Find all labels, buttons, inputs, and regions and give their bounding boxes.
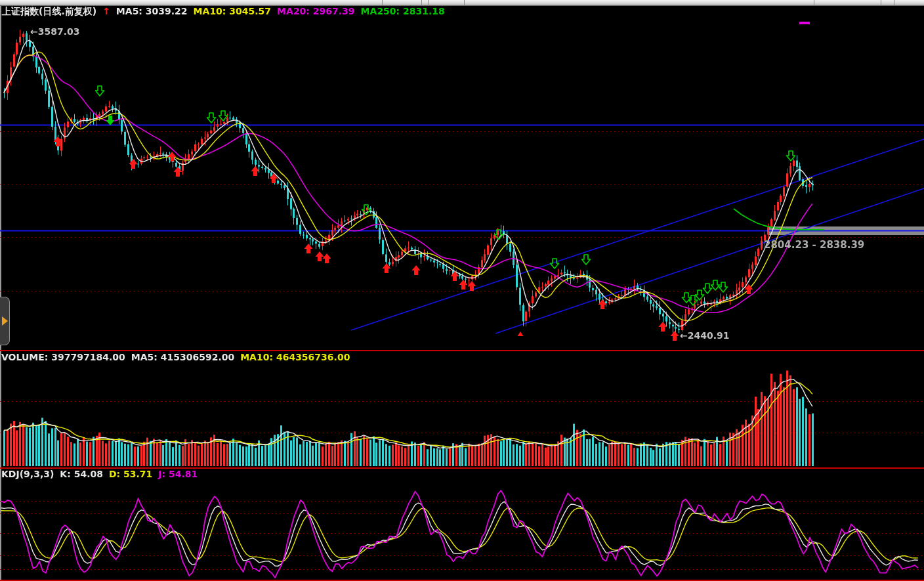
kdj-pane[interactable] (0, 467, 924, 580)
ma5-value: MA5: 3039.22 (116, 6, 188, 16)
support-zone-label: 2804.23 - 2838.39 (764, 239, 864, 251)
main-chart-header: 上证指数(日线.前复权)↑MA5: 3039.22MA10: 3045.57MA… (2, 6, 451, 18)
low-price-label: ←2440.91 (680, 330, 730, 341)
ma20-value: MA20: 2967.39 (277, 6, 355, 16)
high-price-label: ←3587.03 (30, 26, 80, 37)
kdj-j-value: J: 54.81 (158, 469, 198, 479)
kdj-header: KDJ(9,3,3)K: 54.08D: 53.71J: 54.81 (1, 469, 203, 479)
panel-expand-handle[interactable] (0, 297, 10, 345)
kdj-k-value: K: 54.08 (60, 469, 103, 479)
stock-chart-window: 上证指数(日线.前复权)↑MA5: 3039.22MA10: 3045.57MA… (0, 0, 924, 581)
main-chart-pane[interactable] (0, 5, 924, 350)
ma250-value: MA250: 2831.18 (361, 6, 445, 16)
volume-header: VOLUME: 397797184.00MA5: 415306592.00MA1… (1, 352, 356, 362)
volume-value: VOLUME: 397797184.00 (1, 352, 125, 362)
symbol-title: 上证指数(日线.前复权) (2, 6, 96, 16)
volume-pane[interactable] (0, 350, 924, 467)
volume-ma10-value: MA10: 464356736.00 (240, 352, 350, 362)
volume-ma5-value: MA5: 415306592.00 (131, 352, 234, 362)
ma10-value: MA10: 3045.57 (194, 6, 272, 16)
kdj-d-value: D: 53.71 (109, 469, 152, 479)
expand-right-arrow-icon (2, 316, 8, 326)
window-top-strip (0, 0, 924, 6)
kdj-title: KDJ(9,3,3) (1, 469, 54, 479)
buy-signal-up-icon: ↑ (102, 6, 110, 16)
